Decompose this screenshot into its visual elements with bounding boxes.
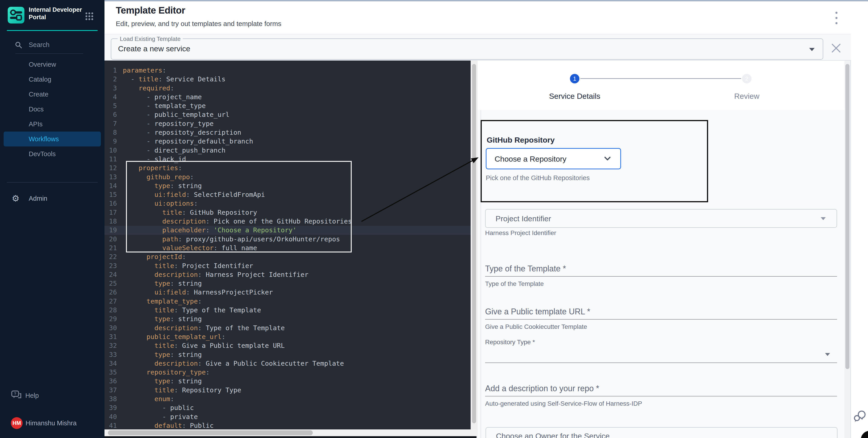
sidebar-item-devtools[interactable]: DevTools	[0, 146, 104, 161]
stepper-step-2[interactable]: 2	[742, 74, 751, 83]
search-icon	[15, 41, 22, 49]
code-line-6[interactable]: 6 - public_template_url	[104, 110, 476, 119]
code-text: enum:	[117, 395, 174, 403]
sidebar-item-workflows[interactable]: Workflows	[4, 132, 101, 146]
admin-label: Admin	[29, 195, 47, 202]
code-text: ui:field: HarnessProjectPicker	[117, 288, 273, 297]
feedback-chat-icon[interactable]	[853, 409, 867, 423]
code-line-8[interactable]: 8 - repositoty_description	[104, 128, 476, 137]
line-number: 27	[104, 297, 117, 306]
sidebar-item-admin[interactable]: ⚙ Admin	[0, 191, 104, 206]
code-line-4[interactable]: 4 - project_name	[104, 93, 476, 101]
load-template-value: Create a new service	[118, 44, 190, 53]
sidebar-item-help[interactable]: ? Help	[0, 389, 104, 403]
github-repository-title: GitHub Repository	[487, 136, 555, 144]
code-line-35[interactable]: 35 repository_type:	[104, 368, 476, 377]
code-text: type: string	[117, 279, 202, 288]
code-line-29[interactable]: 29 type: string	[104, 314, 476, 324]
template-type-field-helper: Type of the Template	[485, 280, 544, 288]
code-text: description: Type of the Template	[117, 324, 285, 332]
code-line-40[interactable]: 40 - private	[104, 412, 476, 421]
service-owner-select[interactable]: Choose an Owner for the Service	[486, 427, 837, 438]
stepper-step-1[interactable]: 1	[570, 74, 580, 83]
search-underline	[16, 53, 83, 54]
code-line-32[interactable]: 32 title: Give a Public template URL	[104, 341, 476, 350]
sidebar-accent-divider	[7, 30, 98, 31]
app-switcher-icon[interactable]	[85, 12, 94, 21]
line-number: 21	[104, 244, 117, 252]
github-repository-helper: Pick one of the GitHub Repositories	[486, 174, 590, 182]
editor-vertical-scrollbar-thumb[interactable]	[472, 64, 476, 423]
repository-type-field-underline[interactable]	[485, 363, 837, 363]
code-line-9[interactable]: 9 - repository_default_branch	[104, 137, 476, 146]
chevron-down-icon	[809, 48, 815, 51]
code-line-27[interactable]: 27 template_type:	[104, 297, 476, 306]
code-text: parameters:	[117, 66, 166, 75]
github-repository-select-value: Choose a Repository	[495, 155, 566, 163]
repo-description-field-label[interactable]: Add a description to your repo *	[485, 384, 599, 393]
repo-description-field-underline	[485, 396, 837, 396]
project-identifier-select[interactable]: Project Identifier	[485, 209, 837, 228]
code-line-23[interactable]: 23 title: Project Identifier	[104, 262, 476, 270]
code-text: type: string	[117, 377, 202, 385]
code-line-10[interactable]: 10 - direct_push_branch	[104, 146, 476, 155]
code-text: title: Give a Public template URL	[117, 341, 285, 350]
code-line-34[interactable]: 34 description: Give a Public Cookiecutt…	[104, 359, 476, 368]
code-text: type: string	[117, 314, 202, 324]
code-line-31[interactable]: 31 public_template_url:	[104, 332, 476, 341]
code-line-3[interactable]: 3 required:	[104, 84, 476, 93]
page-subtitle: Edit, preview, and try out templates and…	[116, 20, 281, 28]
code-line-36[interactable]: 36 type: string	[104, 377, 476, 385]
code-line-2[interactable]: 2 - title: Service Details	[104, 75, 476, 83]
sidebar-item-docs[interactable]: Docs	[0, 102, 104, 116]
corner-widget[interactable]	[861, 431, 868, 438]
code-text: - project_name	[117, 93, 202, 101]
code-text: - private	[117, 412, 198, 421]
sidebar-item-apis[interactable]: APIs	[0, 116, 104, 132]
code-line-1[interactable]: 1parameters:	[104, 66, 476, 75]
line-number: 4	[104, 93, 117, 101]
line-number: 33	[104, 350, 117, 359]
sidebar-item-overview[interactable]: Overview	[0, 57, 104, 72]
code-text: title: Repository Type	[117, 386, 241, 395]
close-icon[interactable]	[831, 42, 842, 54]
svg-text:?: ?	[14, 392, 16, 396]
code-text: public_template_url:	[117, 332, 225, 341]
app-logo-icon[interactable]	[8, 7, 24, 24]
sidebar-item-catalog[interactable]: Catalog	[0, 72, 104, 87]
line-number: 39	[104, 403, 117, 412]
code-line-5[interactable]: 5 - template_type	[104, 101, 476, 110]
panel-scrollbar-thumb[interactable]	[845, 64, 849, 369]
stepper-label-review: Review	[713, 92, 781, 101]
template-type-field-label[interactable]: Type of the Template *	[485, 264, 566, 273]
code-line-30[interactable]: 30 description: Type of the Template	[104, 324, 476, 332]
line-number: 9	[104, 137, 117, 146]
sidebar-user[interactable]: HM Himanshu Mishra	[0, 416, 104, 432]
kebab-menu-icon[interactable]	[834, 12, 838, 25]
code-line-41[interactable]: 41 default: Public	[104, 421, 476, 430]
project-identifier-value: Project Identifier	[496, 214, 551, 223]
preview-panel-top	[478, 61, 851, 110]
github-repository-select[interactable]: Choose a Repository	[486, 148, 621, 169]
load-existing-template-select[interactable]: Load Existing Template Create a new serv…	[111, 38, 823, 60]
code-line-37[interactable]: 37 title: Repository Type	[104, 386, 476, 395]
sidebar-item-label: Docs	[29, 106, 44, 113]
code-line-39[interactable]: 39 - public	[104, 403, 476, 412]
dropdown-arrow-icon[interactable]	[825, 353, 830, 356]
sidebar-item-create[interactable]: Create	[0, 87, 104, 102]
code-line-33[interactable]: 33 type: string	[104, 350, 476, 359]
search-label: Search	[29, 41, 50, 48]
code-line-25[interactable]: 25 type: string	[104, 279, 476, 288]
editor-horizontal-scrollbar-thumb[interactable]	[108, 430, 313, 435]
page-title: Template Editor	[116, 5, 185, 16]
sidebar-search[interactable]: Search	[12, 40, 94, 50]
line-number: 22	[104, 252, 117, 261]
code-line-7[interactable]: 7 - repository_type	[104, 119, 476, 128]
code-line-26[interactable]: 26 ui:field: HarnessProjectPicker	[104, 288, 476, 297]
code-line-24[interactable]: 24 description: Harness Project Identifi…	[104, 270, 476, 279]
code-line-28[interactable]: 28 title: Type of the Template	[104, 306, 476, 314]
code-text: - repository_default_branch	[117, 137, 253, 146]
public-template-url-field-label[interactable]: Give a Public template URL *	[485, 307, 590, 316]
code-line-22[interactable]: 22 projectId:	[104, 252, 476, 261]
code-line-38[interactable]: 38 enum:	[104, 395, 476, 403]
